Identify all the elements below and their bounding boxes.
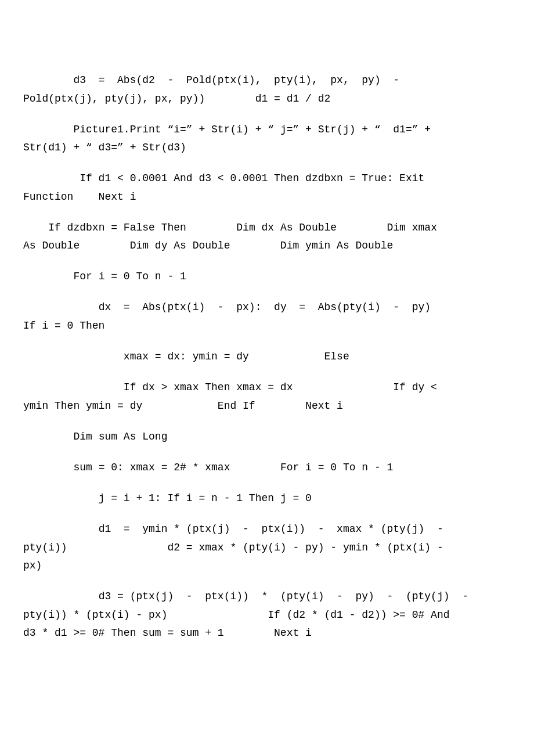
code-line xyxy=(23,446,511,459)
code-line: j = i + 1: If i = n - 1 Then j = 0 xyxy=(23,489,511,508)
code-line xyxy=(23,477,511,489)
code-line: If d1 < 0.0001 And d3 < 0.0001 Then dzdb… xyxy=(23,170,511,188)
code-line xyxy=(23,108,511,121)
code-line xyxy=(23,415,511,428)
code-line xyxy=(23,157,511,170)
code-line: pty(i)) * (ptx(i) - px) If (d2 * (d1 - d… xyxy=(23,606,511,625)
code-line: dx = Abs(ptx(i) - px): dy = Abs(pty(i) -… xyxy=(23,298,511,317)
code-content: d3 = Abs(d2 - Pold(ptx(i), pty(i), px, p… xyxy=(23,35,511,661)
code-line: If dzdbxn = False Then Dim dx As Double … xyxy=(23,219,511,237)
code-line: Str(d1) + “ d3=” + Str(d3) xyxy=(23,139,511,157)
code-line: If dx > xmax Then xmax = dx If dy < xyxy=(23,379,511,397)
code-line: d3 * d1 >= 0# Then sum = sum + 1 Next i xyxy=(23,624,511,643)
code-line: xmax = dx: ymin = dy Else xyxy=(23,348,511,366)
code-line xyxy=(23,575,511,588)
code-line: Dim sum As Long xyxy=(23,428,511,447)
code-line: ymin Then ymin = dy End If Next i xyxy=(23,397,511,416)
code-line xyxy=(23,335,511,348)
code-line xyxy=(23,255,511,268)
code-line: If i = 0 Then xyxy=(23,317,511,336)
code-line: Picture1.Print “i=” + Str(i) + “ j=” + S… xyxy=(23,121,511,139)
code-line: px) xyxy=(23,557,511,575)
code-line xyxy=(23,366,511,379)
code-line: d3 = (ptx(j) - ptx(i)) * (pty(i) - py) -… xyxy=(23,588,511,606)
code-line: d3 = Abs(d2 - Pold(ptx(i), pty(i), px, p… xyxy=(23,71,511,90)
code-line: sum = 0: xmax = 2# * xmax For i = 0 To n… xyxy=(23,459,511,477)
code-line xyxy=(23,507,511,520)
code-line xyxy=(23,286,511,299)
code-line: d1 = ymin * (ptx(j) - ptx(i)) - xmax * (… xyxy=(23,520,511,539)
code-line: pty(i)) d2 = xmax * (pty(i) - py) - ymin… xyxy=(23,539,511,557)
code-line: As Double Dim dy As Double Dim ymin As D… xyxy=(23,237,511,255)
code-line: Pold(ptx(j), pty(j), px, py)) d1 = d1 / … xyxy=(23,90,511,109)
code-line: For i = 0 To n - 1 xyxy=(23,268,511,286)
code-line: Function Next i xyxy=(23,188,511,207)
code-line xyxy=(23,206,511,219)
